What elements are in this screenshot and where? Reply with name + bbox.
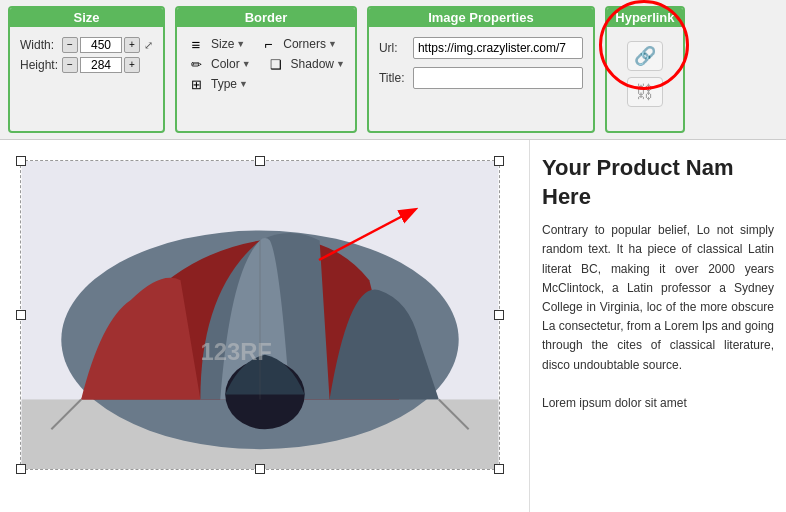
unlink-button[interactable]: ⛓ [627, 77, 663, 107]
product-title: Your Product Nam Here [542, 154, 774, 211]
size-panel-header: Size [10, 8, 163, 27]
product-description: Contrary to popular belief, Lo not simpl… [542, 221, 774, 413]
canvas-area: 123RF Your Product Nam Here Contrary to … [0, 140, 786, 512]
lines-icon [187, 37, 205, 51]
color-dropdown[interactable]: Color ▼ [211, 57, 251, 71]
type-dropdown[interactable]: Type ▼ [211, 77, 248, 91]
handle-top-mid[interactable] [255, 156, 265, 166]
handle-top-right[interactable] [494, 156, 504, 166]
border-color-row: Color ▼ Shadow ▼ [187, 57, 345, 71]
url-row: Url: [379, 37, 583, 59]
title-input[interactable] [413, 67, 583, 89]
resize-icon: ⤢ [144, 39, 153, 52]
width-decrease-button[interactable]: − [62, 37, 78, 53]
title-label: Title: [379, 71, 407, 85]
border-size-label: Size [211, 37, 234, 51]
shadow-dropdown[interactable]: Shadow ▼ [291, 57, 345, 71]
height-label: Height: [20, 58, 58, 72]
handle-top-left[interactable] [16, 156, 26, 166]
border-size-row: Size ▼ Corners ▼ [187, 37, 345, 51]
height-stepper[interactable]: − + [62, 57, 140, 73]
border-type-row: Type ▼ [187, 77, 345, 91]
width-row: Width: − + ⤢ [20, 37, 153, 53]
border-size-dropdown[interactable]: Size ▼ [211, 37, 245, 51]
width-input[interactable] [80, 37, 122, 53]
height-increase-button[interactable]: + [124, 57, 140, 73]
color-label: Color [211, 57, 240, 71]
type-label: Type [211, 77, 237, 91]
hyperlink-panel: Hyperlink 🔗 ⛓ [605, 6, 685, 133]
product-title-text: Your Product Nam Here [542, 155, 734, 209]
height-input[interactable] [80, 57, 122, 73]
unlink-icon: ⛓ [636, 82, 654, 103]
corners-dropdown[interactable]: Corners ▼ [283, 37, 337, 51]
handle-bot-left[interactable] [16, 464, 26, 474]
corners-arrow: ▼ [328, 39, 337, 49]
image-properties-panel: Image Properties Url: Title: [367, 6, 595, 133]
hyperlink-panel-header: Hyperlink [607, 8, 683, 27]
title-row: Title: [379, 67, 583, 89]
handle-bot-right[interactable] [494, 464, 504, 474]
svg-text:123RF: 123RF [200, 338, 272, 365]
border-panel: Border Size ▼ Corners ▼ Color ▼ Shadow ▼ [175, 6, 357, 133]
border-size-arrow: ▼ [236, 39, 245, 49]
type-arrow: ▼ [239, 79, 248, 89]
tent-image-container[interactable]: 123RF [20, 160, 500, 470]
corners-label: Corners [283, 37, 326, 51]
link-icon: 🔗 [634, 45, 656, 67]
width-stepper[interactable]: − + [62, 37, 140, 53]
handle-mid-left[interactable] [16, 310, 26, 320]
text-area: Your Product Nam Here Contrary to popula… [530, 140, 786, 512]
tent-image: 123RF [21, 161, 499, 469]
pencil-icon [187, 57, 205, 71]
corner-icon [259, 37, 277, 51]
shadow-arrow: ▼ [336, 59, 345, 69]
border-panel-header: Border [177, 8, 355, 27]
height-decrease-button[interactable]: − [62, 57, 78, 73]
shadow-icon [267, 57, 285, 71]
product-desc-text: Contrary to popular belief, Lo not simpl… [542, 223, 774, 410]
url-input[interactable] [413, 37, 583, 59]
width-label: Width: [20, 38, 58, 52]
shadow-label: Shadow [291, 57, 334, 71]
size-panel: Size Width: − + ⤢ Height: − + [8, 6, 165, 133]
image-area: 123RF [0, 140, 530, 512]
handle-bot-mid[interactable] [255, 464, 265, 474]
width-increase-button[interactable]: + [124, 37, 140, 53]
hyperlink-icons-group: 🔗 ⛓ [617, 37, 673, 111]
toolbar: Size Width: − + ⤢ Height: − + Border Siz… [0, 0, 786, 140]
color-arrow: ▼ [242, 59, 251, 69]
grid-icon [187, 77, 205, 91]
url-label: Url: [379, 41, 407, 55]
handle-mid-right[interactable] [494, 310, 504, 320]
image-props-header: Image Properties [369, 8, 593, 27]
link-button[interactable]: 🔗 [627, 41, 663, 71]
height-row: Height: − + [20, 57, 153, 73]
